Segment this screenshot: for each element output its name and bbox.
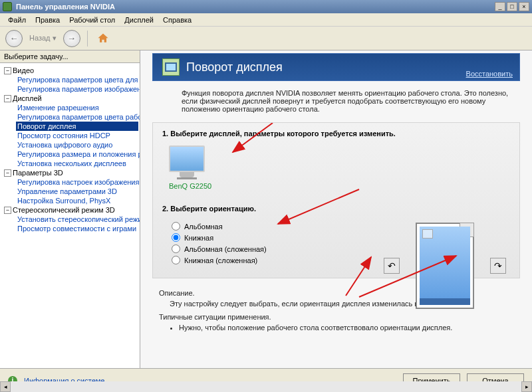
tree-toggle-stereo[interactable]: −	[4, 207, 11, 214]
tree-item[interactable]: Регулировка размера и положения рабо	[16, 149, 138, 159]
maximize-button[interactable]: □	[507, 2, 517, 11]
preview-area: ↶ ↺ ↷	[384, 223, 506, 309]
tree-item[interactable]: Управление параметрами 3D	[16, 187, 138, 196]
tree-item[interactable]: Регулировка параметров цвета для вид	[16, 75, 138, 84]
rotate-cw-button[interactable]: ↷	[490, 258, 506, 274]
toolbar: ← Назад ▾ →	[0, 27, 532, 50]
menu-display[interactable]: Дисплей	[120, 15, 158, 25]
tree-cat-3d: Параметры 3D	[13, 169, 63, 177]
tree-item[interactable]: Просмотр состояния HDCP	[16, 131, 138, 140]
minimize-button[interactable]: _	[495, 2, 505, 11]
back-label: Назад ▾	[29, 34, 57, 43]
typical-item: Нужно, чтобы положение рабочего стола со…	[179, 324, 513, 332]
settings-group: 1. Выберите дисплей, параметры которого …	[152, 122, 520, 278]
tree-item[interactable]: Установка нескольких дисплеев	[16, 159, 138, 168]
home-icon	[96, 32, 110, 45]
back-button[interactable]: ←	[5, 30, 23, 47]
menu-desktop[interactable]: Рабочий стол	[65, 15, 119, 25]
tree-item[interactable]: Регулировка параметров изображения д	[16, 84, 138, 94]
scroll-right-icon[interactable]: ▸	[521, 381, 532, 392]
content-pane: Поворот дисплея Восстановить Функция пов…	[140, 50, 532, 368]
preview-taskbar	[420, 298, 470, 305]
tree-cat-stereo: Стереоскопический режим 3D	[13, 206, 115, 214]
menu-help[interactable]: Справка	[159, 15, 196, 25]
tree-item[interactable]: Изменение разрешения	[16, 103, 138, 112]
page-description: Функция поворота дисплея NVIDIA позволяе…	[182, 89, 515, 113]
tree-cat-video: Видео	[13, 66, 34, 74]
section1-title: 1. Выберите дисплей, параметры которого …	[162, 130, 510, 138]
display-preview: ↺	[416, 223, 474, 309]
tree-item[interactable]: Настройка Surround, PhysX	[16, 196, 138, 205]
tree-toggle-3d[interactable]: −	[4, 169, 11, 177]
task-tree-panel: Выберите задачу... −Видео Регулировка па…	[0, 50, 140, 368]
rotate-display-icon	[162, 58, 180, 76]
page-title: Поворот дисплея	[186, 60, 283, 74]
tree-item[interactable]: Просмотр совместимости с играми	[16, 224, 138, 233]
close-button[interactable]: ×	[519, 2, 529, 11]
typical-block: Типичные ситуации применения. Нужно, что…	[159, 313, 513, 332]
svg-line-0	[233, 123, 273, 152]
titlebar: Панель управления NVIDIA _ □ ×	[0, 0, 532, 13]
tree-cat-display: Дисплей	[13, 94, 42, 102]
tree-item[interactable]: Установка цифрового аудио	[16, 140, 138, 149]
scroll-left-icon[interactable]: ◂	[0, 381, 11, 392]
display-label: BenQ G2250	[169, 182, 205, 190]
menu-edit[interactable]: Правка	[31, 15, 64, 25]
tree-hscrollbar[interactable]: ◂ ▸	[0, 381, 532, 392]
restore-defaults-link[interactable]: Восстановить	[466, 70, 513, 78]
rotate-ccw-button[interactable]: ↶	[384, 258, 400, 274]
tree-toggle-display[interactable]: −	[4, 95, 11, 102]
toolbar-divider	[87, 31, 88, 47]
tree-item-rotate-display[interactable]: Поворот дисплея	[16, 122, 138, 131]
menubar: Файл Правка Рабочий стол Дисплей Справка	[0, 13, 532, 27]
display-thumbnail[interactable]: BenQ G2250	[169, 146, 205, 190]
tree-item[interactable]: Регулировка настроек изображения с пр	[16, 177, 138, 187]
home-button[interactable]	[94, 30, 112, 47]
page-banner: Поворот дисплея Восстановить	[152, 53, 520, 81]
preview-window-icon	[422, 229, 433, 239]
window-title: Панель управления NVIDIA	[16, 3, 491, 11]
tree-item[interactable]: Регулировка параметров цвета рабочег	[16, 112, 138, 122]
section2-title: 2. Выберите ориентацию.	[162, 205, 510, 213]
nvidia-icon	[3, 2, 12, 11]
tree-heading: Выберите задачу...	[0, 50, 140, 63]
typical-label: Типичные ситуации применения.	[159, 313, 513, 321]
forward-button[interactable]: →	[63, 30, 80, 47]
menu-file[interactable]: Файл	[4, 15, 30, 25]
tree-toggle-video[interactable]: −	[4, 67, 11, 74]
tree-item[interactable]: Установить стереоскопический режим 3	[16, 215, 138, 224]
task-tree[interactable]: −Видео Регулировка параметров цвета для …	[0, 63, 140, 368]
